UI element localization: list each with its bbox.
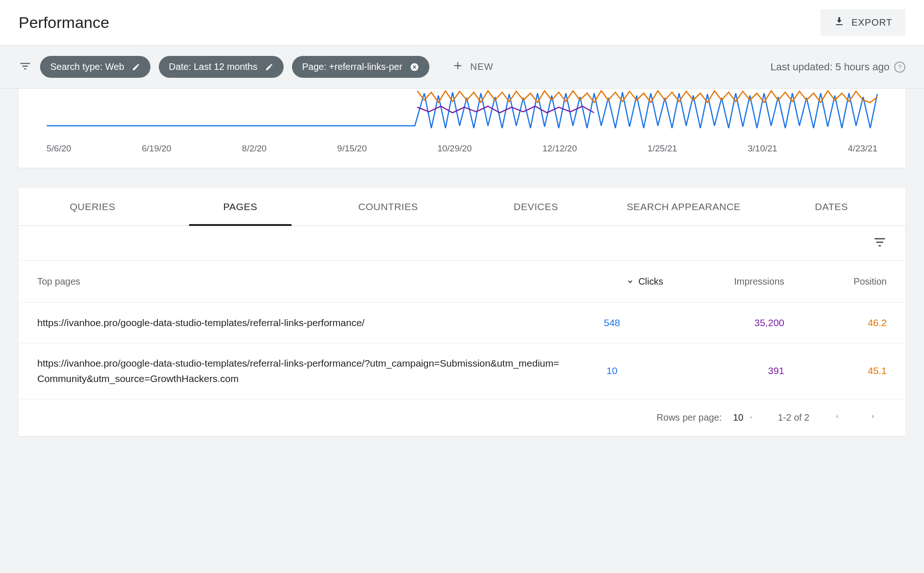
export-button[interactable]: EXPORT [821, 9, 905, 36]
filter-bar: Search type: Web Date: Last 12 months Pa… [0, 46, 924, 89]
x-tick: 5/6/20 [47, 143, 71, 154]
arrow-down-icon [625, 276, 635, 287]
prev-page-button[interactable] [833, 412, 841, 423]
tab-search-appearance[interactable]: SEARCH APPEARANCE [610, 188, 757, 225]
rows-per-page-label: Rows per page: [657, 412, 722, 423]
cell-position: 46.2 [784, 317, 887, 328]
chip-label: Search type: Web [50, 61, 124, 72]
pencil-icon [132, 63, 140, 71]
x-tick: 12/12/20 [543, 143, 577, 154]
pagination-range: 1-2 of 2 [778, 412, 809, 423]
caret-down-icon [748, 412, 754, 423]
pagination: Rows per page: 10 1-2 of 2 [19, 399, 905, 436]
th-clicks-label: Clicks [639, 276, 663, 287]
tab-dates[interactable]: DATES [758, 188, 905, 225]
cell-clicks: 548 [561, 317, 663, 328]
x-tick: 9/15/20 [337, 143, 367, 154]
th-position[interactable]: Position [784, 276, 887, 287]
cell-url: https://ivanhoe.pro/google-data-studio-t… [37, 355, 561, 387]
last-updated-text: Last updated: 5 hours ago [770, 61, 890, 73]
th-impressions[interactable]: Impressions [663, 276, 784, 287]
export-label: EXPORT [851, 17, 892, 28]
table-card: QUERIES PAGES COUNTRIES DEVICES SEARCH A… [19, 188, 905, 436]
x-axis: 5/6/20 6/19/20 8/2/20 9/15/20 10/29/20 1… [37, 135, 887, 154]
tab-countries[interactable]: COUNTRIES [314, 188, 462, 225]
th-top-pages: Top pages [37, 276, 561, 287]
plus-icon [452, 60, 464, 74]
table-row[interactable]: https://ivanhoe.pro/google-data-studio-t… [19, 343, 905, 399]
table-row[interactable]: https://ivanhoe.pro/google-data-studio-t… [19, 303, 905, 343]
table-header: Top pages Clicks Impressions Position [19, 261, 905, 303]
filter-icon[interactable] [873, 235, 887, 251]
rows-per-page-value: 10 [733, 412, 743, 423]
chip-label: Date: Last 12 months [169, 61, 258, 72]
svg-rect-0 [836, 24, 842, 25]
cell-impressions: 35,200 [663, 317, 784, 328]
chip-page[interactable]: Page: +referral-links-per [292, 56, 429, 78]
chart-card: 5/6/20 6/19/20 8/2/20 9/15/20 10/29/20 1… [19, 89, 905, 168]
x-tick: 3/10/21 [748, 143, 777, 154]
tab-queries[interactable]: QUERIES [19, 188, 166, 225]
filter-icon[interactable] [19, 60, 32, 75]
help-icon[interactable]: ? [894, 61, 905, 73]
tab-pages[interactable]: PAGES [166, 188, 314, 225]
x-tick: 8/2/20 [242, 143, 267, 154]
cell-clicks: 10 [561, 365, 663, 376]
x-tick: 1/25/21 [647, 143, 677, 154]
rows-per-page: Rows per page: 10 [657, 412, 754, 423]
cell-url: https://ivanhoe.pro/google-data-studio-t… [37, 315, 561, 331]
x-tick: 10/29/20 [437, 143, 472, 154]
table-filter-row [19, 226, 905, 261]
chip-search-type[interactable]: Search type: Web [40, 56, 150, 78]
pencil-icon [265, 63, 273, 71]
cell-position: 45.1 [784, 365, 887, 376]
next-page-button[interactable] [869, 412, 877, 423]
cell-impressions: 391 [663, 365, 784, 376]
page-header: Performance EXPORT [0, 0, 924, 46]
chip-date[interactable]: Date: Last 12 months [159, 56, 284, 78]
close-icon[interactable] [410, 62, 419, 72]
tab-devices[interactable]: DEVICES [462, 188, 610, 225]
new-label: NEW [470, 61, 494, 72]
new-filter-button[interactable]: NEW [452, 60, 494, 74]
rows-per-page-dropdown[interactable]: 10 [733, 412, 754, 423]
page-title: Performance [19, 14, 109, 32]
chip-label: Page: +referral-links-per [302, 61, 402, 72]
last-updated: Last updated: 5 hours ago ? [770, 61, 905, 73]
chart-area [37, 89, 887, 135]
th-clicks[interactable]: Clicks [561, 276, 663, 287]
download-icon [834, 16, 845, 29]
x-tick: 4/23/21 [848, 143, 877, 154]
x-tick: 6/19/20 [142, 143, 171, 154]
tabs: QUERIES PAGES COUNTRIES DEVICES SEARCH A… [19, 188, 905, 226]
page-nav [833, 412, 877, 423]
chart-svg [37, 89, 887, 135]
